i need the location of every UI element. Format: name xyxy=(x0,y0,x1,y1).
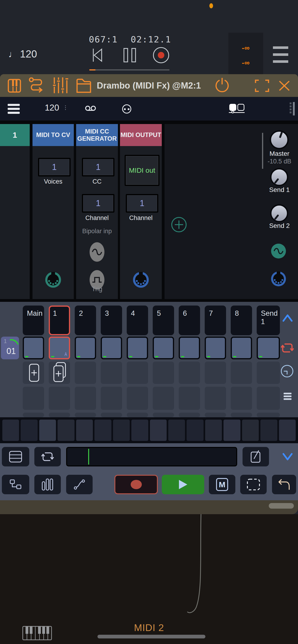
pattern-slot[interactable] xyxy=(257,413,280,417)
pattern-pad-6[interactable] xyxy=(153,336,174,359)
play-pattern-button[interactable] xyxy=(162,475,204,494)
midi-output-port-icon[interactable] xyxy=(271,272,286,286)
velocity-bars-button[interactable] xyxy=(34,475,61,494)
track-column[interactable]: 1 xyxy=(0,124,30,299)
track-header[interactable]: 1 xyxy=(0,124,30,146)
undo-button[interactable] xyxy=(272,475,296,494)
pattern-slot[interactable] xyxy=(127,387,148,410)
pattern-slot[interactable] xyxy=(153,387,174,410)
track-tab-8[interactable]: 8 xyxy=(231,306,252,335)
mute-button[interactable]: M xyxy=(209,475,235,494)
add-pattern-icon[interactable] xyxy=(29,364,40,382)
midi-out-destination-box[interactable]: MIDI out xyxy=(125,155,159,186)
loop-mode-button[interactable] xyxy=(34,447,61,466)
pattern-options-button[interactable] xyxy=(283,393,291,401)
module-midi-to-cv[interactable]: MIDI TO CV 1 Voices xyxy=(33,124,74,299)
collapse-up-icon[interactable] xyxy=(282,314,293,322)
pattern-slot[interactable] xyxy=(23,362,44,384)
selection-button[interactable] xyxy=(240,475,267,494)
keyboard-key[interactable] xyxy=(95,420,111,441)
keyboard-key[interactable] xyxy=(21,420,37,441)
track-tab-6[interactable]: 6 xyxy=(179,306,200,335)
pattern-pad-2[interactable]: A xyxy=(49,336,70,359)
automation-curve-button[interactable] xyxy=(66,475,93,494)
send1-knob[interactable] xyxy=(270,168,288,186)
song-progress-track[interactable] xyxy=(89,69,169,70)
pattern-slot[interactable] xyxy=(231,387,252,410)
pattern-slot[interactable] xyxy=(179,413,200,417)
pattern-slot[interactable] xyxy=(75,413,96,417)
keyboard-key[interactable] xyxy=(168,420,185,441)
keyboard-view-icon[interactable] xyxy=(8,79,21,93)
pattern-slot[interactable] xyxy=(179,362,200,384)
pattern-pad-7[interactable] xyxy=(179,336,200,359)
pattern-slot[interactable] xyxy=(75,387,96,410)
pattern-timeline-display[interactable] xyxy=(66,447,237,466)
pattern-slot[interactable] xyxy=(127,413,148,417)
host-menu-button[interactable] xyxy=(273,46,288,67)
home-indicator[interactable] xyxy=(98,635,205,638)
mixer-view-icon[interactable] xyxy=(53,77,69,94)
keyboard-key[interactable] xyxy=(58,420,74,441)
pattern-slot[interactable] xyxy=(231,413,252,417)
keyboard-key[interactable] xyxy=(2,420,19,441)
pattern-slot[interactable] xyxy=(49,362,70,384)
scene-badge[interactable]: 1 01 xyxy=(1,336,19,359)
pattern-slot[interactable] xyxy=(127,362,148,384)
module-header[interactable]: MIDI OUTPUT xyxy=(120,124,162,146)
folder-icon[interactable] xyxy=(76,78,91,93)
rewind-button[interactable] xyxy=(91,48,105,62)
send2-knob[interactable] xyxy=(270,204,288,222)
socket-icon[interactable] xyxy=(122,104,132,114)
fullscreen-icon[interactable] xyxy=(255,79,269,92)
blocks-view-button[interactable] xyxy=(2,475,29,494)
loop-queue-icon[interactable] xyxy=(281,341,294,355)
zoom-slider-knob[interactable] xyxy=(231,110,234,113)
midi-din-port-icon[interactable] xyxy=(45,272,61,288)
close-icon[interactable] xyxy=(278,80,290,91)
edit-button[interactable] xyxy=(242,447,269,466)
track-tab-1[interactable]: 1 xyxy=(49,306,70,335)
level-meter-panel[interactable]: -∞ -∞ xyxy=(228,33,263,74)
module-header[interactable]: MIDI CC GENERATOR xyxy=(76,124,118,146)
keyboard-key[interactable] xyxy=(205,420,222,441)
pattern-pad-3[interactable] xyxy=(75,336,96,359)
track-tab-3[interactable]: 3 xyxy=(101,306,122,335)
keyboard-key[interactable] xyxy=(131,420,148,441)
host-tempo[interactable]: ♩120 xyxy=(8,48,37,60)
channel-value-box[interactable]: 1 xyxy=(82,194,114,212)
record-pattern-button[interactable] xyxy=(114,475,158,494)
keyboard-key[interactable] xyxy=(223,420,240,441)
pattern-slot[interactable] xyxy=(257,362,280,384)
pattern-slot[interactable] xyxy=(205,413,226,417)
pattern-pad-5[interactable] xyxy=(127,336,148,359)
keyboard-key[interactable] xyxy=(242,420,259,441)
cv-input-port-icon[interactable] xyxy=(89,242,105,262)
track-tab-2[interactable]: 2 xyxy=(75,306,96,335)
audio-output-port-icon[interactable] xyxy=(271,244,286,258)
pattern-slot[interactable] xyxy=(49,387,70,410)
rack-view-toggle-right[interactable] xyxy=(237,104,244,111)
record-button[interactable] xyxy=(153,47,169,64)
horizontal-scrollbar-handle[interactable] xyxy=(269,503,294,508)
toolbar-drag-handle[interactable] xyxy=(290,102,295,116)
collapse-down-icon[interactable] xyxy=(282,452,293,461)
rack-view-toggle-left[interactable] xyxy=(229,104,236,111)
track-list-button[interactable] xyxy=(2,447,29,466)
pattern-pad-10[interactable] xyxy=(257,336,280,359)
pattern-slot[interactable] xyxy=(49,413,70,417)
duplicate-pattern-icon[interactable] xyxy=(53,362,68,382)
track-tab-main[interactable]: Main xyxy=(23,306,44,335)
voices-value-box[interactable]: 1 xyxy=(38,158,71,176)
horizontal-scrollbar-track[interactable] xyxy=(0,500,298,514)
cc-value-box[interactable]: 1 xyxy=(82,158,114,176)
power-icon[interactable] xyxy=(214,78,230,94)
keyboard-key[interactable] xyxy=(187,420,203,441)
midi-din-port-icon[interactable] xyxy=(133,272,149,288)
pattern-pad-9[interactable] xyxy=(231,336,252,359)
tempo-options-icon[interactable]: ⋮ xyxy=(63,104,68,111)
pattern-slot[interactable] xyxy=(75,362,96,384)
pattern-slot[interactable] xyxy=(257,387,280,410)
keyboard-key[interactable] xyxy=(76,420,93,441)
tape-loop-icon[interactable] xyxy=(85,105,97,113)
